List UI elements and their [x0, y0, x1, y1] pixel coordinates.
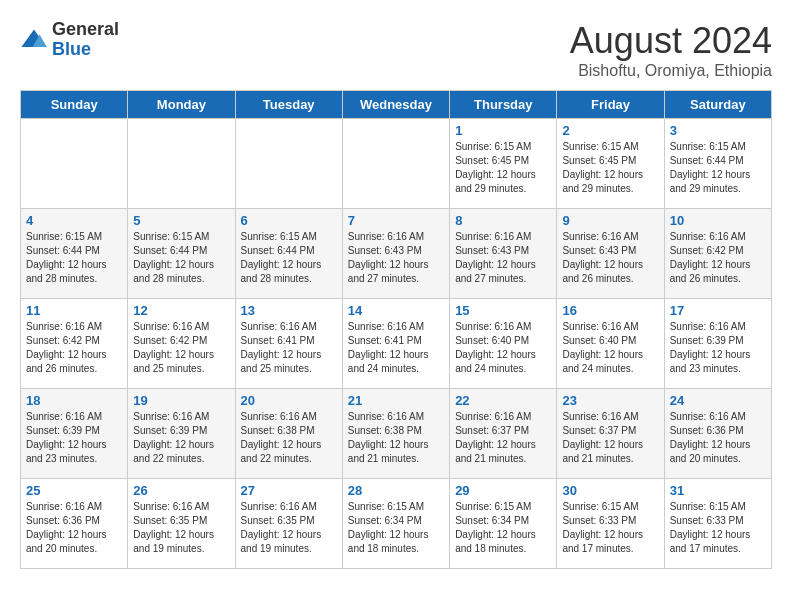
day-number: 9	[562, 213, 658, 228]
calendar-week-4: 18Sunrise: 6:16 AM Sunset: 6:39 PM Dayli…	[21, 389, 772, 479]
header-friday: Friday	[557, 91, 664, 119]
day-info: Sunrise: 6:15 AM Sunset: 6:33 PM Dayligh…	[670, 500, 766, 556]
day-info: Sunrise: 6:16 AM Sunset: 6:40 PM Dayligh…	[562, 320, 658, 376]
calendar-week-2: 4Sunrise: 6:15 AM Sunset: 6:44 PM Daylig…	[21, 209, 772, 299]
calendar-cell: 7Sunrise: 6:16 AM Sunset: 6:43 PM Daylig…	[342, 209, 449, 299]
calendar-cell: 13Sunrise: 6:16 AM Sunset: 6:41 PM Dayli…	[235, 299, 342, 389]
header-tuesday: Tuesday	[235, 91, 342, 119]
calendar-cell: 11Sunrise: 6:16 AM Sunset: 6:42 PM Dayli…	[21, 299, 128, 389]
day-info: Sunrise: 6:16 AM Sunset: 6:40 PM Dayligh…	[455, 320, 551, 376]
day-info: Sunrise: 6:16 AM Sunset: 6:36 PM Dayligh…	[670, 410, 766, 466]
calendar-cell: 8Sunrise: 6:16 AM Sunset: 6:43 PM Daylig…	[450, 209, 557, 299]
day-number: 18	[26, 393, 122, 408]
logo-text: General Blue	[52, 20, 119, 60]
calendar-cell: 30Sunrise: 6:15 AM Sunset: 6:33 PM Dayli…	[557, 479, 664, 569]
day-info: Sunrise: 6:16 AM Sunset: 6:36 PM Dayligh…	[26, 500, 122, 556]
header-saturday: Saturday	[664, 91, 771, 119]
calendar-cell: 18Sunrise: 6:16 AM Sunset: 6:39 PM Dayli…	[21, 389, 128, 479]
calendar-cell: 26Sunrise: 6:16 AM Sunset: 6:35 PM Dayli…	[128, 479, 235, 569]
logo-general-text: General	[52, 20, 119, 40]
calendar-cell: 27Sunrise: 6:16 AM Sunset: 6:35 PM Dayli…	[235, 479, 342, 569]
day-number: 26	[133, 483, 229, 498]
day-number: 6	[241, 213, 337, 228]
calendar-cell: 4Sunrise: 6:15 AM Sunset: 6:44 PM Daylig…	[21, 209, 128, 299]
logo: General Blue	[20, 20, 119, 60]
calendar-cell: 14Sunrise: 6:16 AM Sunset: 6:41 PM Dayli…	[342, 299, 449, 389]
day-info: Sunrise: 6:15 AM Sunset: 6:44 PM Dayligh…	[133, 230, 229, 286]
day-info: Sunrise: 6:15 AM Sunset: 6:44 PM Dayligh…	[26, 230, 122, 286]
day-number: 3	[670, 123, 766, 138]
day-info: Sunrise: 6:15 AM Sunset: 6:33 PM Dayligh…	[562, 500, 658, 556]
day-info: Sunrise: 6:16 AM Sunset: 6:43 PM Dayligh…	[348, 230, 444, 286]
calendar-cell: 17Sunrise: 6:16 AM Sunset: 6:39 PM Dayli…	[664, 299, 771, 389]
calendar-cell: 1Sunrise: 6:15 AM Sunset: 6:45 PM Daylig…	[450, 119, 557, 209]
calendar-cell: 28Sunrise: 6:15 AM Sunset: 6:34 PM Dayli…	[342, 479, 449, 569]
header-thursday: Thursday	[450, 91, 557, 119]
header-wednesday: Wednesday	[342, 91, 449, 119]
location-subtitle: Bishoftu, Oromiya, Ethiopia	[570, 62, 772, 80]
day-number: 10	[670, 213, 766, 228]
header-row: Sunday Monday Tuesday Wednesday Thursday…	[21, 91, 772, 119]
day-number: 31	[670, 483, 766, 498]
day-info: Sunrise: 6:15 AM Sunset: 6:44 PM Dayligh…	[241, 230, 337, 286]
calendar-cell	[128, 119, 235, 209]
calendar-cell: 31Sunrise: 6:15 AM Sunset: 6:33 PM Dayli…	[664, 479, 771, 569]
calendar-body: 1Sunrise: 6:15 AM Sunset: 6:45 PM Daylig…	[21, 119, 772, 569]
day-number: 25	[26, 483, 122, 498]
day-info: Sunrise: 6:15 AM Sunset: 6:34 PM Dayligh…	[455, 500, 551, 556]
day-info: Sunrise: 6:16 AM Sunset: 6:39 PM Dayligh…	[26, 410, 122, 466]
title-area: August 2024 Bishoftu, Oromiya, Ethiopia	[570, 20, 772, 80]
day-number: 28	[348, 483, 444, 498]
day-info: Sunrise: 6:16 AM Sunset: 6:37 PM Dayligh…	[455, 410, 551, 466]
day-number: 23	[562, 393, 658, 408]
day-number: 13	[241, 303, 337, 318]
day-info: Sunrise: 6:16 AM Sunset: 6:42 PM Dayligh…	[26, 320, 122, 376]
day-number: 19	[133, 393, 229, 408]
day-number: 12	[133, 303, 229, 318]
day-number: 30	[562, 483, 658, 498]
day-number: 15	[455, 303, 551, 318]
day-number: 1	[455, 123, 551, 138]
day-info: Sunrise: 6:16 AM Sunset: 6:37 PM Dayligh…	[562, 410, 658, 466]
logo-icon	[20, 26, 48, 54]
header-monday: Monday	[128, 91, 235, 119]
calendar-cell: 29Sunrise: 6:15 AM Sunset: 6:34 PM Dayli…	[450, 479, 557, 569]
calendar-cell: 10Sunrise: 6:16 AM Sunset: 6:42 PM Dayli…	[664, 209, 771, 299]
calendar-table: Sunday Monday Tuesday Wednesday Thursday…	[20, 90, 772, 569]
day-info: Sunrise: 6:16 AM Sunset: 6:42 PM Dayligh…	[670, 230, 766, 286]
day-info: Sunrise: 6:16 AM Sunset: 6:42 PM Dayligh…	[133, 320, 229, 376]
day-number: 4	[26, 213, 122, 228]
day-number: 29	[455, 483, 551, 498]
logo-blue-text: Blue	[52, 40, 119, 60]
calendar-cell: 3Sunrise: 6:15 AM Sunset: 6:44 PM Daylig…	[664, 119, 771, 209]
calendar-week-1: 1Sunrise: 6:15 AM Sunset: 6:45 PM Daylig…	[21, 119, 772, 209]
calendar-cell: 21Sunrise: 6:16 AM Sunset: 6:38 PM Dayli…	[342, 389, 449, 479]
day-info: Sunrise: 6:15 AM Sunset: 6:45 PM Dayligh…	[562, 140, 658, 196]
day-info: Sunrise: 6:15 AM Sunset: 6:34 PM Dayligh…	[348, 500, 444, 556]
calendar-week-5: 25Sunrise: 6:16 AM Sunset: 6:36 PM Dayli…	[21, 479, 772, 569]
calendar-cell: 12Sunrise: 6:16 AM Sunset: 6:42 PM Dayli…	[128, 299, 235, 389]
day-info: Sunrise: 6:16 AM Sunset: 6:41 PM Dayligh…	[241, 320, 337, 376]
calendar-cell: 23Sunrise: 6:16 AM Sunset: 6:37 PM Dayli…	[557, 389, 664, 479]
calendar-cell: 24Sunrise: 6:16 AM Sunset: 6:36 PM Dayli…	[664, 389, 771, 479]
day-info: Sunrise: 6:16 AM Sunset: 6:39 PM Dayligh…	[133, 410, 229, 466]
calendar-cell: 15Sunrise: 6:16 AM Sunset: 6:40 PM Dayli…	[450, 299, 557, 389]
calendar-week-3: 11Sunrise: 6:16 AM Sunset: 6:42 PM Dayli…	[21, 299, 772, 389]
day-info: Sunrise: 6:16 AM Sunset: 6:39 PM Dayligh…	[670, 320, 766, 376]
day-number: 7	[348, 213, 444, 228]
day-number: 17	[670, 303, 766, 318]
calendar-cell	[342, 119, 449, 209]
calendar-cell: 16Sunrise: 6:16 AM Sunset: 6:40 PM Dayli…	[557, 299, 664, 389]
day-number: 11	[26, 303, 122, 318]
day-info: Sunrise: 6:16 AM Sunset: 6:35 PM Dayligh…	[133, 500, 229, 556]
day-info: Sunrise: 6:16 AM Sunset: 6:38 PM Dayligh…	[348, 410, 444, 466]
calendar-cell	[21, 119, 128, 209]
day-info: Sunrise: 6:16 AM Sunset: 6:35 PM Dayligh…	[241, 500, 337, 556]
day-number: 27	[241, 483, 337, 498]
day-info: Sunrise: 6:16 AM Sunset: 6:43 PM Dayligh…	[562, 230, 658, 286]
day-info: Sunrise: 6:16 AM Sunset: 6:38 PM Dayligh…	[241, 410, 337, 466]
day-number: 16	[562, 303, 658, 318]
calendar-cell: 19Sunrise: 6:16 AM Sunset: 6:39 PM Dayli…	[128, 389, 235, 479]
calendar-cell: 6Sunrise: 6:15 AM Sunset: 6:44 PM Daylig…	[235, 209, 342, 299]
day-info: Sunrise: 6:16 AM Sunset: 6:43 PM Dayligh…	[455, 230, 551, 286]
